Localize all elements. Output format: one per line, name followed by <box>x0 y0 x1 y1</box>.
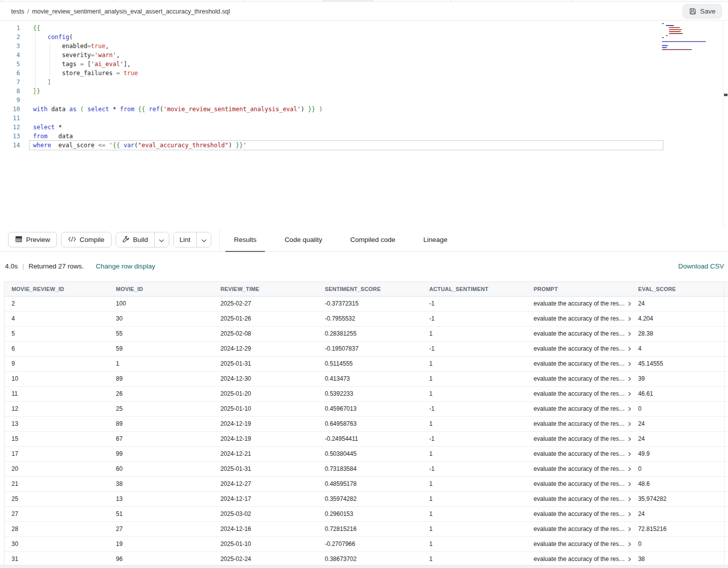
expand-cell-chevron-icon[interactable] <box>628 332 631 336</box>
code-line-content: }} <box>20 87 40 96</box>
code-line-1[interactable]: 1{{ <box>0 24 728 33</box>
prompt-truncated-text: evaluate the accuracy of the res… <box>534 405 625 412</box>
tab-edge <box>1 0 2 2</box>
prompt-truncated-text: evaluate the accuracy of the res… <box>534 540 625 547</box>
results-table: MOVIE_REVIEW_IDMOVIE_IDREVIEW_TIMESENTIM… <box>5 282 728 565</box>
download-csv-link[interactable]: Download CSV <box>678 262 724 270</box>
table-right-border <box>724 281 724 565</box>
expand-cell-chevron-icon[interactable] <box>628 302 631 306</box>
compile-button[interactable]: Compile <box>61 232 112 247</box>
expand-cell-chevron-icon[interactable] <box>628 407 631 411</box>
code-line-13[interactable]: 13from data <box>0 132 728 141</box>
code-line-12[interactable]: 12select * <box>0 123 728 132</box>
expand-cell-chevron-icon[interactable] <box>628 362 631 366</box>
code-line-2[interactable]: 2 config( <box>0 33 728 42</box>
expand-cell-chevron-icon[interactable] <box>628 317 631 321</box>
editor-scrollbar-handle[interactable] <box>724 94 727 96</box>
expand-cell-chevron-icon[interactable] <box>628 512 631 516</box>
cell-prompt: evaluate the accuracy of the res… <box>527 491 631 506</box>
cell-actual_sentiment: 1 <box>422 371 527 386</box>
cell-eval_score: 49.9 <box>631 446 728 461</box>
line-number: 10 <box>0 105 20 114</box>
table-row: 13892024-12-190.649587631evaluate the ac… <box>5 416 728 431</box>
cell-eval_score: 38 <box>631 551 728 565</box>
code-line-8[interactable]: 8}} <box>0 87 728 96</box>
code-line-14[interactable]: 14where eval_score <= '{{ var("eval_accu… <box>0 141 728 150</box>
prompt-truncated-text: evaluate the accuracy of the res… <box>534 390 625 397</box>
cell-actual_sentiment: 1 <box>422 521 527 536</box>
code-line-3[interactable]: 3 enabled=true, <box>0 42 728 51</box>
cell-prompt: evaluate the accuracy of the res… <box>527 341 631 356</box>
cell-review_time: 2024-12-30 <box>213 371 318 386</box>
expand-cell-chevron-icon[interactable] <box>628 437 631 441</box>
expand-cell-chevron-icon[interactable] <box>628 377 631 381</box>
table-header-row: MOVIE_REVIEW_IDMOVIE_IDREVIEW_TIMESENTIM… <box>5 282 728 296</box>
expand-cell-chevron-icon[interactable] <box>628 422 631 426</box>
tab-code-quality[interactable]: Code quality <box>284 228 322 252</box>
line-number: 13 <box>0 132 20 141</box>
change-row-display-link[interactable]: Change row display <box>96 262 155 270</box>
lint-dropdown-button[interactable] <box>196 232 211 247</box>
line-number: 11 <box>0 114 20 123</box>
cell-eval_score: 39 <box>631 371 728 386</box>
cell-movie_id: 55 <box>109 326 214 341</box>
cell-sentiment_score: 0.2960153 <box>318 506 423 521</box>
line-number: 2 <box>0 33 20 42</box>
expand-cell-chevron-icon[interactable] <box>628 347 631 351</box>
code-line-6[interactable]: 6 store_failures = true <box>0 69 728 78</box>
cell-movie_id: 89 <box>109 371 214 386</box>
prompt-truncated-text: evaluate the accuracy of the res… <box>534 465 625 472</box>
lint-button[interactable]: Lint <box>174 232 197 247</box>
tab-lineage[interactable]: Lineage <box>424 228 448 252</box>
code-line-9[interactable]: 9 <box>0 96 728 105</box>
cell-sentiment_score: 0.72815216 <box>318 521 423 536</box>
code-line-7[interactable]: 7 ) <box>0 78 728 87</box>
expand-cell-chevron-icon[interactable] <box>628 497 631 501</box>
horizontal-scrollbar[interactable] <box>0 565 728 568</box>
expand-cell-chevron-icon[interactable] <box>628 482 631 486</box>
breadcrumb-root[interactable]: tests <box>11 8 24 15</box>
code-line-5[interactable]: 5 tags = ['ai_eval'], <box>0 60 728 69</box>
cell-movie_id: 100 <box>109 296 214 311</box>
prompt-truncated-text: evaluate the accuracy of the res… <box>534 420 625 427</box>
expand-cell-chevron-icon[interactable] <box>628 557 631 561</box>
expand-cell-chevron-icon[interactable] <box>628 392 631 396</box>
tab-results[interactable]: Results <box>234 228 256 252</box>
cell-review_time: 2025-02-24 <box>213 551 318 565</box>
table-row: 17992024-12-210.503804451evaluate the ac… <box>5 446 728 461</box>
cell-prompt: evaluate the accuracy of the res… <box>527 461 631 476</box>
cell-actual_sentiment: -1 <box>422 296 527 311</box>
column-header-eval_score: EVAL_SCORE <box>631 282 728 296</box>
prompt-truncated-text: evaluate the accuracy of the res… <box>534 345 625 352</box>
cell-eval_score: 24 <box>631 431 728 446</box>
table-row: 28272024-12-160.728152161evaluate the ac… <box>5 521 728 536</box>
cell-prompt: evaluate the accuracy of the res… <box>527 311 631 326</box>
code-line-4[interactable]: 4 severity='warn', <box>0 51 728 60</box>
cell-prompt: evaluate the accuracy of the res… <box>527 416 631 431</box>
code-line-10[interactable]: 10with data as ( select * from {{ ref('m… <box>0 105 728 114</box>
editor-minimap[interactable] <box>662 22 717 112</box>
lint-button-group: Lint <box>173 232 212 247</box>
preview-button[interactable]: Preview <box>8 232 57 247</box>
expand-cell-chevron-icon[interactable] <box>628 467 631 471</box>
build-button[interactable]: Build <box>116 232 154 247</box>
build-dropdown-button[interactable] <box>154 232 169 247</box>
expand-cell-chevron-icon[interactable] <box>628 542 631 546</box>
column-header-actual_sentiment: ACTUAL_SENTIMENT <box>422 282 527 296</box>
cell-movie_id: 99 <box>109 446 214 461</box>
cell-movie_review_id: 31 <box>5 551 109 565</box>
indent-guide <box>35 33 36 96</box>
save-button[interactable]: Save <box>682 4 722 19</box>
code-line-11[interactable]: 11 <box>0 114 728 123</box>
cell-eval_score: 35.974282 <box>631 491 728 506</box>
cell-review_time: 2025-01-10 <box>213 401 318 416</box>
table-row: 20602025-01-310.73183584-1evaluate the a… <box>5 461 728 476</box>
cell-movie_review_id: 27 <box>5 506 109 521</box>
sql-code-editor[interactable]: 1{{2 config(3 enabled=true,4 severity='w… <box>0 21 728 228</box>
prompt-truncated-text: evaluate the accuracy of the res… <box>534 435 625 442</box>
expand-cell-chevron-icon[interactable] <box>628 527 631 531</box>
expand-cell-chevron-icon[interactable] <box>628 452 631 456</box>
code-line-content: tags = ['ai_eval'], <box>20 60 131 69</box>
tab-compiled-code[interactable]: Compiled code <box>350 228 395 252</box>
cell-actual_sentiment: -1 <box>422 431 527 446</box>
